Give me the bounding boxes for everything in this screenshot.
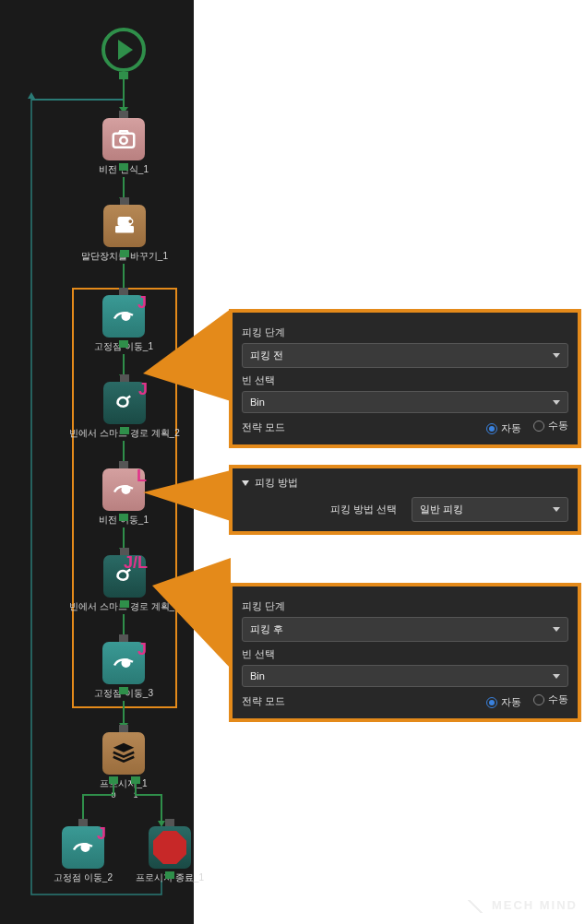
waypoint-icon: J [62, 826, 104, 869]
select-value: Bin [250, 670, 265, 681]
picking-stage-label: 피킹 단계 [242, 599, 568, 613]
svg-point-5 [128, 219, 133, 224]
properties-panel-3: 피킹 단계 피킹 후 빈 선택 Bin 전략 모드 자동 수동 [229, 583, 581, 722]
chevron-down-icon [553, 353, 560, 358]
robot-tool-icon [103, 205, 146, 247]
start-node[interactable] [92, 28, 155, 72]
chevron-down-icon [553, 507, 560, 512]
svg-point-8 [123, 659, 130, 667]
strategy-manual-radio[interactable]: 수동 [533, 693, 568, 706]
fixed-point-move-2-node[interactable]: J 고정점 이동_2 [52, 826, 114, 884]
chevron-down-icon [553, 400, 560, 405]
strategy-auto-radio[interactable]: 자동 [486, 421, 521, 435]
move-type-badge: J [137, 640, 147, 659]
move-type-badge: J [137, 293, 147, 313]
node-label: 프로시저_1 [92, 777, 155, 790]
svg-rect-4 [115, 226, 134, 233]
strategy-auto-radio[interactable]: 자동 [486, 695, 521, 709]
move-type-badge: L [137, 467, 147, 486]
camera-icon [102, 118, 145, 160]
picking-stage-select[interactable]: 피킹 전 [242, 343, 568, 368]
picking-stage-select[interactable]: 피킹 후 [242, 617, 568, 642]
right-background [194, 0, 585, 924]
fixed-point-move-1-node[interactable]: J 고정점 이동_1 [92, 295, 155, 353]
svg-rect-1 [113, 134, 135, 148]
svg-point-6 [123, 313, 130, 320]
output-port-0-label: 0 [111, 790, 115, 800]
move-type-badge: J [97, 824, 106, 844]
stack-icon [102, 732, 145, 775]
output-port-1-label: 1 [133, 790, 137, 800]
svg-point-7 [123, 486, 130, 493]
watermark: MECH MIND [464, 898, 578, 913]
properties-panel-2: 피킹 방법 피킹 방법 선택 일반 피킹 [229, 465, 581, 535]
smart-path-plan-1-node[interactable]: J/L 빈에서 스마트 경로 계획_1 [65, 555, 185, 613]
select-value: 일반 피킹 [420, 503, 463, 516]
connector-branch [31, 99, 123, 101]
connector [123, 79, 125, 113]
procedure-node[interactable]: 프로시저_1 [92, 732, 155, 790]
bin-select[interactable]: Bin [242, 391, 568, 413]
chevron-down-icon [242, 480, 249, 486]
select-value: 피킹 전 [250, 349, 283, 362]
svg-point-2 [120, 137, 127, 145]
picking-method-select[interactable]: 일반 피킹 [412, 497, 568, 522]
properties-panel-1: 피킹 단계 피킹 전 빈 선택 Bin 전략 모드 자동 수동 [229, 309, 581, 448]
waypoint-icon: L [102, 468, 145, 511]
vision-recognition-node[interactable]: 비전 인식_1 [92, 118, 155, 176]
select-value: 피킹 후 [250, 622, 283, 636]
bin-select[interactable]: Bin [242, 665, 568, 687]
strategy-mode-label: 전략 모드 [242, 421, 285, 434]
strategy-manual-radio[interactable]: 수동 [533, 419, 568, 432]
waypoint-icon: J [102, 642, 145, 684]
stop-icon [149, 826, 191, 869]
smart-path-icon: J [103, 382, 146, 424]
smart-path-plan-2-node[interactable]: J 빈에서 스마트 경로 계획_2 [65, 382, 185, 440]
select-value: Bin [250, 397, 265, 408]
svg-point-11 [82, 844, 90, 851]
node-label: 고정점 이동_2 [52, 871, 114, 884]
bin-select-label: 빈 선택 [242, 647, 568, 661]
picking-method-header[interactable]: 피킹 방법 [242, 476, 568, 490]
move-type-badge: J [138, 380, 148, 399]
chevron-down-icon [553, 674, 560, 679]
picking-method-label: 피킹 방법 선택 [242, 503, 404, 516]
fixed-point-move-3-node[interactable]: J 고정점 이동_3 [92, 642, 155, 700]
smart-path-icon: J/L [103, 555, 146, 598]
picking-stage-label: 피킹 단계 [242, 326, 568, 339]
bin-select-label: 빈 선택 [242, 373, 568, 387]
play-icon [101, 28, 146, 72]
change-end-effector-node[interactable]: 말단장치를 바꾸기_1 [69, 205, 180, 263]
chevron-down-icon [553, 627, 560, 632]
vision-move-node[interactable]: L 비전 이동_1 [92, 468, 155, 527]
procedure-end-node[interactable]: 프로시저 종료_1 [133, 826, 207, 884]
waypoint-icon: J [102, 295, 145, 338]
strategy-mode-label: 전략 모드 [242, 694, 285, 708]
move-type-badge: J/L [124, 553, 148, 573]
